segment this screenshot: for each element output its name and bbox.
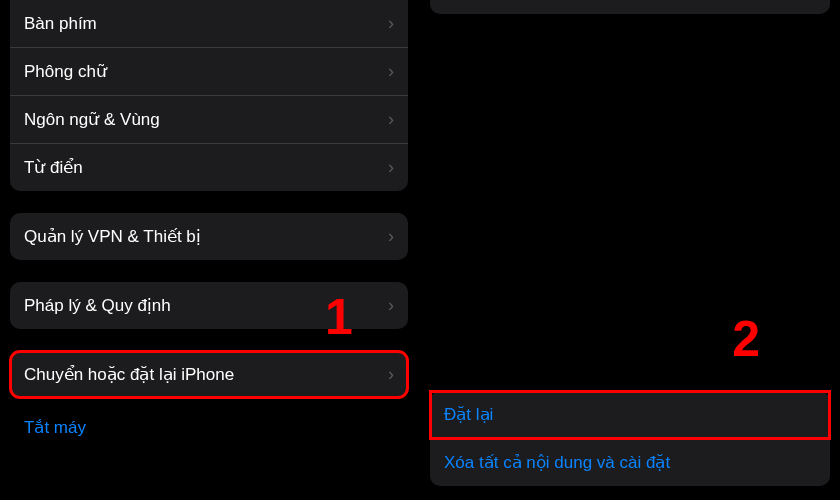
row-erase-all[interactable]: Xóa tất cả nội dung và cài đặt: [430, 439, 830, 486]
chevron-right-icon: ›: [388, 109, 394, 130]
reset-panel: Đặt lại Xóa tất cả nội dung và cài đặt 2: [420, 0, 840, 500]
chevron-right-icon: ›: [388, 226, 394, 247]
row-language-region-label: Ngôn ngữ & Vùng: [24, 109, 160, 130]
row-reset[interactable]: Đặt lại: [430, 391, 830, 439]
chevron-right-icon: ›: [388, 157, 394, 178]
row-vpn-device-label: Quản lý VPN & Thiết bị: [24, 226, 201, 247]
shutdown-link[interactable]: Tắt máy: [0, 404, 418, 451]
row-fonts-label: Phông chữ: [24, 61, 107, 82]
row-vpn-device[interactable]: Quản lý VPN & Thiết bị ›: [10, 213, 408, 260]
chevron-right-icon: ›: [388, 61, 394, 82]
transfer-reset-group: Chuyển hoặc đặt lại iPhone ›: [10, 351, 408, 398]
row-fonts[interactable]: Phông chữ ›: [10, 48, 408, 96]
vpn-device-group: Quản lý VPN & Thiết bị ›: [10, 213, 408, 260]
row-transfer-reset-label: Chuyển hoặc đặt lại iPhone: [24, 364, 234, 385]
row-transfer-reset[interactable]: Chuyển hoặc đặt lại iPhone ›: [10, 351, 408, 398]
legal-group: Pháp lý & Quy định ›: [10, 282, 408, 329]
row-language-region[interactable]: Ngôn ngữ & Vùng ›: [10, 96, 408, 144]
chevron-right-icon: ›: [388, 13, 394, 34]
chevron-right-icon: ›: [388, 295, 394, 316]
chevron-right-icon: ›: [388, 364, 394, 385]
row-legal-label: Pháp lý & Quy định: [24, 295, 171, 316]
general-settings-group: Bàn phím › Phông chữ › Ngôn ngữ & Vùng ›…: [10, 0, 408, 191]
annotation-step-2: 2: [732, 310, 760, 368]
row-legal[interactable]: Pháp lý & Quy định ›: [10, 282, 408, 329]
row-dictionary[interactable]: Từ điển ›: [10, 144, 408, 191]
reset-options-group: Đặt lại Xóa tất cả nội dung và cài đặt: [430, 391, 830, 486]
row-keyboard-label: Bàn phím: [24, 14, 97, 34]
row-keyboard[interactable]: Bàn phím ›: [10, 0, 408, 48]
panel-top-fragment: [430, 0, 830, 14]
settings-general-panel: Bàn phím › Phông chữ › Ngôn ngữ & Vùng ›…: [0, 0, 420, 500]
row-dictionary-label: Từ điển: [24, 157, 83, 178]
